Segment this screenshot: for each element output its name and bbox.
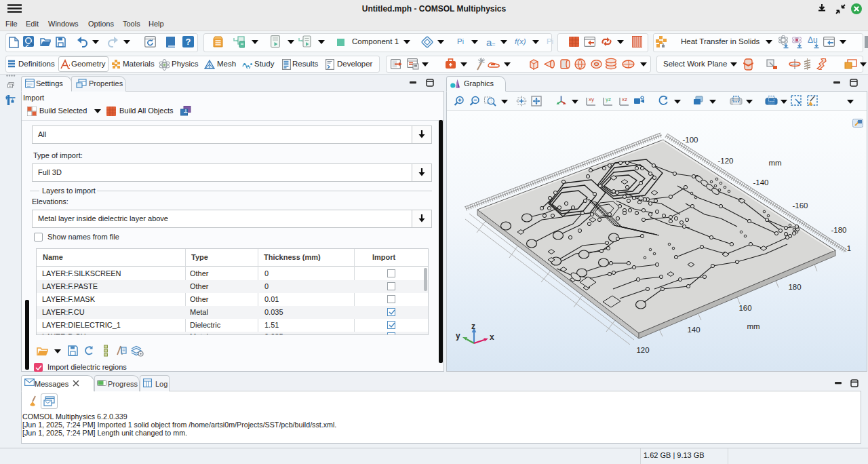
svg-text:z: z bbox=[471, 322, 475, 331]
svg-text:180: 180 bbox=[788, 283, 801, 291]
svg-text:-160: -160 bbox=[792, 201, 808, 210]
svg-text:mm: mm bbox=[768, 159, 781, 167]
svg-text:160: 160 bbox=[738, 304, 751, 312]
svg-text:-180: -180 bbox=[831, 226, 846, 234]
svg-text:-140: -140 bbox=[753, 178, 768, 187]
svg-text:120: 120 bbox=[636, 346, 649, 354]
svg-text:yz: yz bbox=[606, 96, 611, 102]
svg-text:1: 1 bbox=[847, 244, 851, 252]
svg-text:-120: -120 bbox=[717, 157, 733, 165]
svg-text:x: x bbox=[490, 332, 494, 342]
svg-text:-100: -100 bbox=[682, 136, 698, 144]
svg-text:?: ? bbox=[186, 37, 191, 47]
svg-text:xy: xy bbox=[589, 96, 594, 102]
svg-text:Δu: Δu bbox=[808, 35, 818, 45]
svg-text:mm: mm bbox=[747, 322, 760, 330]
svg-text:140: 140 bbox=[687, 326, 700, 334]
svg-text:y: y bbox=[456, 331, 460, 341]
svg-text:xz: xz bbox=[622, 96, 627, 102]
